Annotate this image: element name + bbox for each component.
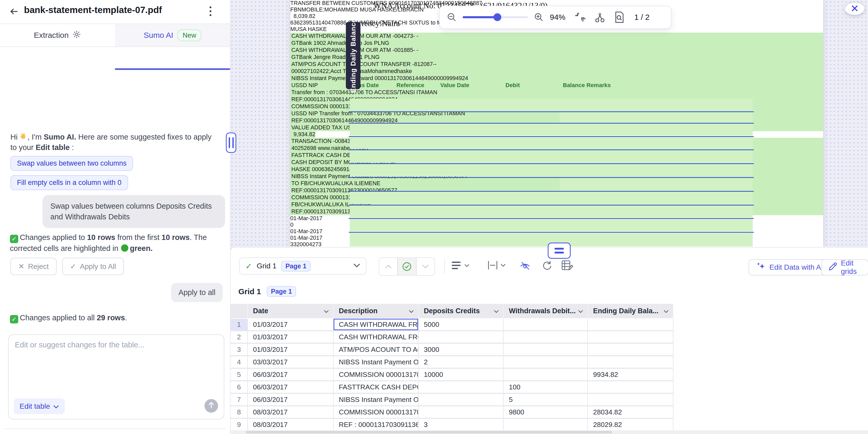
table-cell[interactable]	[504, 344, 588, 355]
pdf-remark-line: GTBank Jengre Road JOS 1 PLNG	[290, 54, 823, 61]
table-cell[interactable]: 06/03/2017	[248, 381, 334, 393]
table-cell[interactable]	[588, 319, 674, 330]
table-cell[interactable]: ATM/POS ACOUNT TO AC	[334, 344, 418, 355]
document-title: bank-statement-template-07.pdf	[24, 5, 162, 15]
table-cell[interactable]: CASH WITHDRAWAL FROM	[334, 319, 418, 330]
column-header[interactable]: Withdrawals Debit...	[504, 304, 588, 318]
table-cell[interactable]: 3000	[418, 344, 504, 355]
suggestion-chip[interactable]: Swap values between two columns	[10, 156, 133, 171]
row-number-header	[230, 304, 248, 318]
check-emoji-icon: ✓	[10, 235, 18, 243]
table-cell[interactable]	[588, 344, 674, 355]
gear-icon[interactable]	[72, 30, 81, 41]
pdf-col-reference: Reference	[397, 82, 424, 89]
table-cell[interactable]: 3	[418, 419, 504, 430]
tab-sumo-ai[interactable]: Sumo AI New	[115, 24, 230, 46]
table-cell[interactable]: 03/03/2017	[248, 356, 334, 368]
table-cell[interactable]: 10000	[418, 369, 504, 380]
edit-table-dropdown[interactable]: Edit table	[14, 399, 65, 414]
table-cell[interactable]: CASH WITHDRAWAL FROM	[334, 331, 418, 343]
suggestion-chip[interactable]: Fill empty cells in a column with 0	[10, 175, 128, 190]
zoom-slider[interactable]	[463, 16, 528, 18]
column-header[interactable]: Description	[334, 304, 418, 318]
horizontal-scrollbar-thumb[interactable]	[246, 431, 612, 433]
zoom-in-icon[interactable]	[534, 12, 544, 23]
table-cell[interactable]: 5000	[418, 319, 504, 330]
pdf-remark-line: Transfer from : 07034433706 TO ACCESS/TA…	[290, 89, 823, 96]
table-cell[interactable]: NIBSS Instant Payment Ou	[334, 356, 418, 368]
row-number-cell[interactable]: 2	[230, 331, 248, 343]
table-cell[interactable]	[504, 331, 588, 343]
check-icon: ✓	[70, 262, 76, 271]
column-header[interactable]: Ending Daily Bala...	[588, 304, 674, 318]
table-cell[interactable]: 06/03/2017	[248, 394, 334, 405]
table-cell[interactable]	[588, 394, 674, 405]
zoom-slider-thumb[interactable]	[493, 13, 501, 21]
tab-extraction-label: Extraction	[34, 31, 69, 40]
table-cell[interactable]: 06/03/2017	[248, 369, 334, 380]
kebab-menu-icon[interactable]	[209, 5, 212, 17]
row-number-cell[interactable]: 1	[230, 319, 248, 330]
table-cell[interactable]: 08/03/2017	[248, 419, 334, 430]
chevron-down-icon[interactable]	[494, 307, 499, 315]
table-cell[interactable]: REF : 000013170309113623	[334, 419, 418, 430]
row-number-cell[interactable]: 6	[230, 381, 248, 393]
chat-input-box[interactable]: Edit or suggest changes for the table...…	[8, 334, 224, 420]
table-cell[interactable]: FASTTRACK CASH DEPOS	[334, 381, 418, 393]
chevron-down-icon[interactable]	[663, 307, 669, 315]
table-cell[interactable]	[418, 394, 504, 405]
chevron-down-icon[interactable]	[578, 307, 583, 315]
send-button[interactable]	[205, 399, 218, 413]
panel-resize-handle[interactable]	[226, 132, 236, 153]
column-header[interactable]: Deposits Credits	[418, 304, 504, 318]
table-cell[interactable]: 5	[504, 394, 588, 405]
close-button[interactable]	[845, 3, 864, 15]
table-cell[interactable]: 01/03/2017	[248, 331, 334, 343]
table-cell[interactable]	[504, 356, 588, 368]
table-cell[interactable]	[588, 356, 674, 368]
table-cell[interactable]: 9800	[504, 406, 588, 418]
page-preview-icon[interactable]	[614, 11, 625, 23]
table-cell[interactable]: COMMISSION 0000131703	[334, 369, 418, 380]
table-cell[interactable]: 2	[418, 356, 504, 368]
table-cell[interactable]: 9934.82	[588, 369, 674, 380]
table-cell[interactable]	[504, 419, 588, 430]
row-number-cell[interactable]: 9	[230, 419, 248, 430]
table-cell[interactable]: COMMISSION 0000131703	[334, 406, 418, 418]
x-icon: ✕	[18, 262, 24, 271]
table-cell[interactable]: 01/03/2017	[248, 319, 334, 330]
zoom-out-icon[interactable]	[446, 12, 457, 23]
row-number-cell[interactable]: 7	[230, 394, 248, 405]
row-number-cell[interactable]: 8	[230, 406, 248, 418]
reject-button[interactable]: ✕ Reject	[10, 258, 57, 275]
table-cell[interactable]: 08/03/2017	[248, 406, 334, 418]
chevron-down-icon[interactable]	[409, 307, 414, 315]
back-icon[interactable]	[9, 6, 19, 17]
table-cell[interactable]: 28029.82	[588, 419, 674, 430]
fit-to-screen-icon[interactable]	[575, 12, 586, 23]
apply-to-all-chip[interactable]: Apply to all	[171, 283, 223, 302]
table-cell[interactable]: 28034.82	[588, 406, 674, 418]
table-cell[interactable]	[504, 369, 588, 380]
wave-icon	[20, 133, 27, 141]
table-cell[interactable]	[418, 381, 504, 393]
row-number-cell[interactable]: 3	[230, 344, 248, 355]
table-cell[interactable]: 100	[504, 381, 588, 393]
table-cell[interactable]	[418, 331, 504, 343]
table-cell[interactable]	[418, 406, 504, 418]
chevron-down-icon[interactable]	[324, 307, 329, 315]
tab-extraction[interactable]: Extraction	[0, 24, 115, 46]
table-cell[interactable]	[588, 381, 674, 393]
table-cell[interactable]	[504, 319, 588, 330]
table-cell[interactable]: NIBSS Instant Payment Ou	[334, 394, 418, 405]
panel-collapse-handle[interactable]	[548, 243, 571, 259]
table-cell[interactable]: 01/03/2017	[248, 344, 334, 355]
page-indicator: 1 / 2	[634, 13, 649, 22]
apply-to-all-button[interactable]: ✓ Apply to All	[62, 258, 124, 275]
split-scissors-icon[interactable]	[594, 11, 606, 23]
table-cell[interactable]	[588, 331, 674, 343]
row-number-cell[interactable]: 4	[230, 356, 248, 368]
row-number-cell[interactable]: 5	[230, 369, 248, 380]
column-header[interactable]: Date	[248, 304, 334, 318]
pdf-remark-line: GTBank 1902 Ahmadu Bello Jos PLNG	[290, 40, 823, 47]
